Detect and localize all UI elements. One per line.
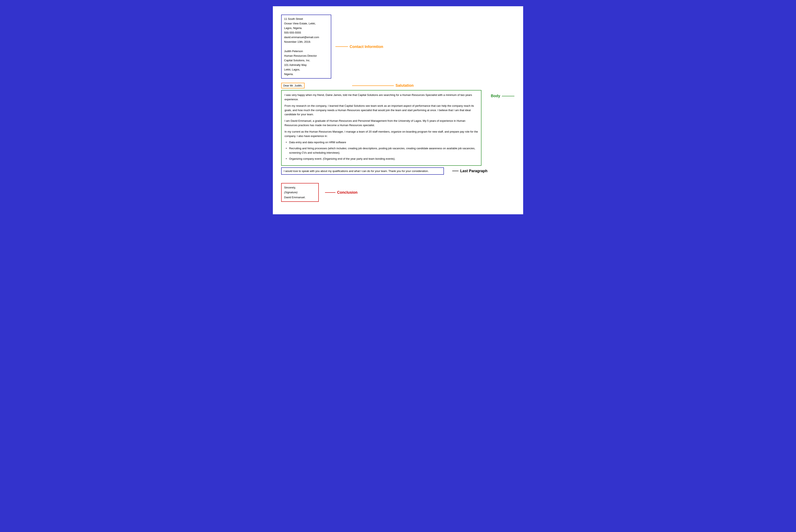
body-section: Body I was very happy when my friend, Da… bbox=[281, 90, 481, 166]
last-paragraph-box: I would love to speak with you about my … bbox=[281, 167, 444, 175]
address-line2: Ocean View Estate, Lekki, bbox=[284, 21, 328, 26]
date: November 13th, 2019. bbox=[284, 40, 328, 44]
recipient-name: Judith Peterson bbox=[284, 49, 328, 54]
conclusion-closing: Sincerely, bbox=[284, 185, 316, 190]
recipient-address3: Nigeria. bbox=[284, 72, 328, 76]
salutation-section: Dear Mr. Judith, Salutation bbox=[281, 83, 515, 89]
bullet-item-1: Data entry and data reporting on HRM sof… bbox=[286, 140, 478, 145]
contact-label: Contact Informtion bbox=[335, 44, 383, 49]
bullet-item-3: Organizing company event. (Organizing en… bbox=[286, 157, 478, 161]
recipient-address2: Lekki, Lagos, bbox=[284, 67, 328, 72]
last-paragraph-text: I would love to speak with you about my … bbox=[284, 170, 429, 173]
address-line3: Lagos, Nigeria. bbox=[284, 26, 328, 31]
salutation-label: Salutation bbox=[352, 83, 414, 88]
bullet-item-2: Recruiting and hiring processes (which i… bbox=[286, 146, 478, 155]
body-paragraph2: From my research on the company, I learn… bbox=[284, 104, 478, 117]
last-paragraph-section: I would love to speak with you about my … bbox=[281, 167, 515, 175]
salutation-text: Dear Mr. Judith, bbox=[283, 84, 302, 87]
recipient-title: Human Resources Director bbox=[284, 54, 328, 58]
last-paragraph-label: Last Paragraph bbox=[452, 169, 487, 173]
conclusion-box: Sincerely, (Signature) David Emmanuel. bbox=[281, 183, 319, 202]
body-label: Body bbox=[491, 93, 514, 99]
salutation-box: Dear Mr. Judith, bbox=[281, 83, 304, 89]
conclusion-name: David Emmanuel. bbox=[284, 195, 316, 200]
phone: 555-555-5555 bbox=[284, 31, 328, 35]
contact-section: 11 South Street Ocean View Estate, Lekki… bbox=[281, 15, 331, 79]
body-paragraph4: In my current as the Human Resources Man… bbox=[284, 130, 478, 138]
body-paragraph1: I was very happy when my friend, Daine J… bbox=[284, 93, 478, 102]
body-wrapper: Body I was very happy when my friend, Da… bbox=[281, 90, 481, 166]
conclusion-signature: (Signature) bbox=[284, 190, 316, 195]
body-paragraph3: I am David Emmanuel, a graduate of Human… bbox=[284, 119, 478, 128]
email: david.emmanuel@email.com bbox=[284, 35, 328, 40]
conclusion-label: Conclusion bbox=[325, 190, 357, 195]
address-line1: 11 South Street bbox=[284, 17, 328, 21]
conclusion-section: Sincerely, (Signature) David Emmanuel. C… bbox=[281, 183, 319, 202]
contact-box: 11 South Street Ocean View Estate, Lekki… bbox=[281, 15, 331, 79]
page-container: 11 South Street Ocean View Estate, Lekki… bbox=[273, 6, 523, 214]
recipient-company: Capital Solutions, Inc. bbox=[284, 58, 328, 63]
recipient-address1: 101 Admiralty Way bbox=[284, 63, 328, 67]
body-bullet-list: Data entry and data reporting on HRM sof… bbox=[286, 140, 478, 161]
